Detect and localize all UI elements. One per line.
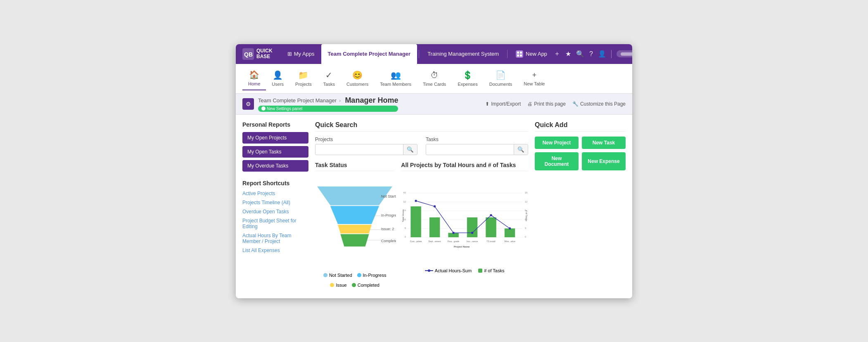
tab-my-apps[interactable]: ⊞ My Apps: [281, 44, 321, 64]
nav-item-team-members[interactable]: 👥 Team Members: [374, 67, 417, 90]
bar-chart-container: 40 32 24 16 8 0 15 12 9 6 3 0: [401, 175, 528, 274]
tasks-search-btn[interactable]: 🔍: [514, 144, 528, 155]
print-action[interactable]: 🖨 Print this page: [527, 101, 566, 107]
num-tasks-label: # of Tasks: [484, 268, 504, 273]
svg-text:15: 15: [525, 191, 528, 194]
nav-item-new-table[interactable]: + New Table: [518, 68, 550, 90]
breadcrumb-content: Team Complete Project Manager › Manager …: [258, 96, 398, 112]
search-icon[interactable]: 🔍: [576, 50, 584, 58]
overdue-open-tasks-link[interactable]: Overdue Open Tasks: [242, 209, 308, 215]
new-expense-btn[interactable]: New Expense: [582, 152, 626, 170]
nav-item-tasks[interactable]: ✓ Tasks: [318, 67, 341, 90]
quickbase-logo-icon: QB: [242, 48, 254, 60]
tab-team-complete[interactable]: Team Complete Project Manager: [321, 44, 417, 64]
secondary-nav: 🏠 Home 👤 Users 📁 Projects ✓ Tasks 😊 Cust…: [236, 64, 632, 94]
svg-text:Depl...ement: Depl...ement: [429, 240, 441, 242]
new-task-btn[interactable]: New Task: [582, 137, 626, 149]
legend-num-tasks: # of Tasks: [478, 268, 504, 273]
svg-text:3: 3: [525, 227, 526, 229]
breadcrumb-left: ⚙ Team Complete Project Manager › Manage…: [242, 96, 398, 112]
customize-icon: 🔧: [572, 101, 579, 107]
line-dot-5: [509, 227, 511, 229]
settings-icon-box[interactable]: ⚙: [242, 98, 254, 110]
nav-item-projects[interactable]: 📁 Projects: [289, 67, 318, 90]
issue-label: Issue: [336, 283, 346, 288]
new-project-btn[interactable]: New Project: [535, 137, 579, 149]
svg-text:32: 32: [403, 200, 406, 203]
tasks-icon: ✓: [325, 70, 332, 80]
bar-5: [505, 228, 515, 237]
svg-text:# of Tasks: # of Tasks: [526, 210, 528, 221]
breadcrumb-bar: ⚙ Team Complete Project Manager › Manage…: [236, 94, 632, 115]
svg-text:0: 0: [405, 236, 406, 238]
svg-text:Project Name: Project Name: [454, 245, 470, 248]
plus-icon[interactable]: ＋: [554, 50, 560, 58]
svg-point-46: [428, 269, 430, 272]
list-all-expenses-link[interactable]: List All Expenses: [242, 248, 308, 253]
nav-item-customers[interactable]: 😊 Customers: [341, 67, 374, 90]
nav-item-users[interactable]: 👤 Users: [266, 67, 289, 90]
logo-area: QB QUICK BASE: [242, 48, 273, 60]
not-started-label: Not Started: [329, 273, 352, 278]
customize-action[interactable]: 🔧 Customize this Page: [572, 101, 626, 107]
not-started-dot: [323, 273, 327, 277]
actual-hours-label: Actual Hours-Sum: [435, 268, 472, 273]
my-open-tasks-btn[interactable]: My Open Tasks: [242, 146, 308, 158]
toggle-pill[interactable]: New Settings panel: [258, 106, 398, 112]
tab-new-app[interactable]: New App: [509, 44, 554, 64]
nav-item-expenses[interactable]: 💲 Expenses: [452, 67, 483, 90]
svg-text:40: 40: [403, 191, 406, 194]
task-status-title: Task Status: [315, 162, 394, 171]
legend-in-progress: In-Progress: [357, 273, 387, 278]
user-pill[interactable]: ▼: [617, 50, 632, 57]
svg-rect-2: [517, 52, 519, 54]
star-icon[interactable]: ★: [565, 50, 571, 58]
new-table-icon: +: [532, 71, 537, 80]
app-window: QB QUICK BASE ⊞ My Apps Team Complete Pr…: [236, 44, 632, 298]
projects-timeline-link[interactable]: Projects Timeline (All): [242, 200, 308, 205]
projects-search-input[interactable]: [315, 144, 403, 154]
help-icon[interactable]: ?: [589, 50, 593, 58]
tab-training[interactable]: Training Management System: [421, 44, 505, 64]
my-open-projects-btn[interactable]: My Open Projects: [242, 132, 308, 144]
import-export-action[interactable]: ⬆ Import/Export: [485, 101, 521, 107]
main-content: Personal Reports My Open Projects My Ope…: [236, 115, 632, 298]
quick-add-grid: New Project New Task New Document New Ex…: [535, 137, 626, 170]
actual-hours-link[interactable]: Actual Hours By Team Member / Project: [242, 233, 308, 244]
user-label: [621, 52, 632, 56]
quick-search-section: Quick Search Projects 🔍 Tasks: [315, 121, 528, 155]
num-tasks-dot: [478, 269, 482, 273]
personal-reports-title: Personal Reports: [242, 121, 308, 128]
line-dot-4: [490, 214, 492, 216]
bar-4: [486, 217, 496, 237]
svg-text:T3 install: T3 install: [487, 240, 496, 242]
nav-item-home[interactable]: 🏠 Home: [242, 66, 266, 90]
svg-text:Completed: 12: Completed: 12: [381, 238, 396, 243]
top-nav-tabs: ⊞ My Apps Team Complete Project Manager …: [281, 44, 554, 64]
gear-icon: ⚙: [246, 101, 251, 107]
svg-text:Total Hours: Total Hours: [402, 209, 404, 222]
breadcrumb-page-name: Manager Home: [345, 96, 398, 105]
expenses-icon: 💲: [462, 70, 473, 80]
quick-add-section: Quick Add New Project New Task New Docum…: [535, 121, 626, 170]
tasks-search-input[interactable]: [426, 144, 514, 154]
new-app-icon: [516, 50, 523, 58]
my-overdue-tasks-btn[interactable]: My Overdue Tasks: [242, 160, 308, 172]
nav-item-documents[interactable]: 📄 Documents: [484, 67, 518, 90]
user-icon[interactable]: 👤: [598, 50, 606, 58]
legend-actual-hours: Actual Hours-Sum: [425, 268, 472, 273]
charts-row: Task Status Not Started: [315, 162, 528, 292]
legend-issue: Issue: [330, 283, 346, 288]
svg-marker-8: [338, 224, 372, 233]
projects-icon: 📁: [298, 70, 308, 80]
line-dot-3: [471, 231, 473, 234]
new-document-btn[interactable]: New Document: [535, 152, 579, 170]
project-budget-sheet-link[interactable]: Project Budget Sheet for Editing: [242, 218, 308, 229]
nav-item-time-cards[interactable]: ⏱ Time Cards: [417, 67, 452, 90]
projects-search-btn[interactable]: 🔍: [403, 144, 417, 155]
active-projects-link[interactable]: Active Projects: [242, 191, 308, 196]
issue-dot: [330, 283, 334, 287]
right-panel: Quick Add New Project New Task New Docum…: [535, 121, 626, 292]
report-shortcuts: Report Shortcuts Active Projects Project…: [242, 180, 308, 253]
tab-divider: [419, 50, 419, 58]
